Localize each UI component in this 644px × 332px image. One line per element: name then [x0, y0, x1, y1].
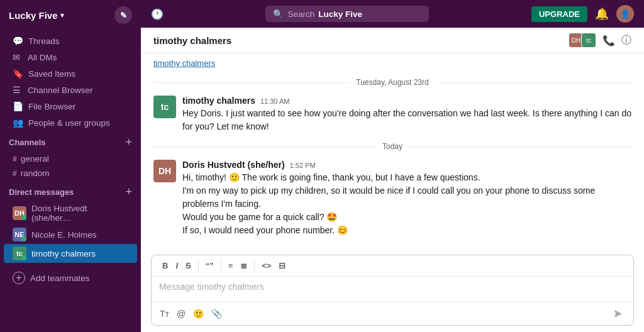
timothy-msg-avatar: tc: [153, 96, 176, 118]
phone-icon[interactable]: 📞: [602, 35, 615, 47]
chat-area: timothy chalmers DH tc 📞 ⓘ timothy chalm…: [141, 28, 644, 332]
sidebar-item-label-file-browser: File Browser: [28, 102, 75, 111]
add-teammates-icon: +: [13, 272, 25, 284]
toolbar-separator-3: [254, 261, 255, 271]
compose-placeholder: Message timothy chalmers: [159, 282, 264, 292]
message-header-1: timothy chalmers 11:30 AM: [182, 96, 631, 106]
sidebar-item-file-browser[interactable]: 📄 File Browser: [4, 98, 137, 114]
bell-icon[interactable]: 🔔: [595, 7, 609, 21]
channels-section[interactable]: Channels +: [0, 131, 141, 152]
unordered-list-button[interactable]: ≣: [237, 259, 250, 272]
code-button[interactable]: <>: [258, 259, 274, 272]
attach-icon[interactable]: 📎: [209, 307, 224, 320]
messages-container: timothy chalmers Tuesday, August 23rd tc…: [141, 53, 644, 250]
prev-message-area: timothy chalmers: [141, 53, 644, 73]
dm-item-doris[interactable]: DH Doris Hustvedt (she/her…: [4, 201, 137, 225]
italic-button[interactable]: I: [172, 259, 181, 272]
sidebar-item-threads[interactable]: 💬 Threads: [4, 33, 137, 49]
add-teammates-label: Add teammates: [30, 274, 90, 283]
add-teammates-button[interactable]: + Add teammates: [4, 268, 137, 288]
dm-label-doris: Doris Hustvedt (she/her…: [31, 204, 128, 223]
saved-items-icon: 🔖: [13, 69, 23, 79]
dm-item-timothy[interactable]: tc timothy chalmers: [4, 244, 137, 263]
people-user-groups-icon: 👥: [13, 118, 23, 128]
message-row: DH Doris Hustvedt (she/her) 1:52 PM Hi, …: [141, 156, 644, 241]
dms-section-label: Direct messages: [9, 187, 74, 197]
ordered-list-button[interactable]: ≡: [225, 259, 236, 272]
sidebar-nav: 💬 Threads ✉ All DMs 🔖 Saved Items ☰ Chan…: [0, 30, 141, 332]
toolbar-separator-1: [198, 261, 199, 271]
quote-button[interactable]: “”: [203, 259, 217, 272]
doris-status-dot: [21, 215, 26, 220]
compose-footer: Tт @ 🙂 📎: [152, 302, 633, 325]
workspace-name-label: Lucky Five: [9, 10, 58, 21]
compose-toolbar: B I S “” ≡ ≣ <> ⊟: [152, 255, 633, 277]
message-content-1: timothy chalmers 11:30 AM Hey Doris. I j…: [182, 96, 631, 133]
bold-button[interactable]: B: [159, 259, 171, 272]
chat-header-avatars: DH tc: [569, 33, 596, 48]
chat-contact-name: timothy chalmers: [153, 35, 231, 46]
message-text-1: Hey Doris. I just wanted to see how you'…: [182, 107, 631, 133]
threads-icon: 💬: [13, 36, 23, 46]
workspace-chevron-icon: ▾: [60, 11, 64, 19]
prev-message-link[interactable]: timothy chalmers: [153, 58, 215, 68]
sidebar-item-label-channel-browser: Channel Browser: [28, 86, 93, 95]
sidebar-item-label-all-dms: All DMs: [28, 53, 57, 62]
channel-label-random: random: [21, 169, 50, 178]
channel-item-general[interactable]: # general: [4, 152, 137, 166]
sidebar-item-saved-items[interactable]: 🔖 Saved Items: [4, 65, 137, 82]
doris-msg-avatar: DH: [153, 160, 176, 182]
message-author-1: timothy chalmers: [182, 96, 255, 106]
sidebar-item-people-user-groups[interactable]: 👥 People & user groups: [4, 114, 137, 131]
search-prefix-text: Search: [287, 9, 314, 19]
dms-section[interactable]: Direct messages +: [0, 180, 141, 201]
add-dm-button[interactable]: +: [125, 185, 132, 199]
doris-avatar-wrap: DH: [13, 206, 26, 220]
channel-browser-icon: ☰: [13, 85, 23, 95]
nicole-avatar-wrap: NE: [13, 228, 26, 241]
nicole-status-dot: [21, 236, 26, 241]
dm-item-nicole[interactable]: NE Nicole E. Holmes: [4, 225, 137, 244]
divider-line-right-today: [410, 147, 631, 147]
info-icon[interactable]: ⓘ: [621, 34, 631, 47]
message-author-2: Doris Hustvedt (she/her): [182, 160, 285, 170]
add-channel-button[interactable]: +: [125, 136, 132, 149]
channel-item-random[interactable]: # random: [4, 166, 137, 180]
sidebar-header: Lucky Five ▾ ✎: [0, 0, 141, 30]
upgrade-button[interactable]: UPGRADE: [531, 6, 587, 22]
message-row: tc timothy chalmers 11:30 AM Hey Doris. …: [141, 92, 644, 137]
new-message-button[interactable]: ✎: [114, 6, 132, 24]
date-divider-today: Today: [141, 137, 644, 156]
topbar-center: 🔍 Search Lucky Five: [164, 6, 531, 22]
sidebar: Lucky Five ▾ ✎ 💬 Threads ✉ All DMs 🔖 Sav…: [0, 0, 141, 332]
channels-section-label: Channels: [9, 138, 46, 147]
search-workspace-text: Lucky Five: [318, 9, 362, 19]
message-time-2: 1:52 PM: [290, 162, 316, 169]
compose-input[interactable]: Message timothy chalmers: [152, 277, 633, 302]
dm-label-nicole: Nicole E. Holmes: [31, 230, 97, 240]
text-format-icon[interactable]: Tт: [158, 307, 171, 320]
compose-footer-left: Tт @ 🙂 📎: [158, 307, 224, 320]
divider-line-left: [153, 82, 348, 83]
timothy-status-dot: [21, 255, 26, 260]
search-icon: 🔍: [273, 9, 284, 19]
history-button[interactable]: 🕐: [151, 8, 164, 20]
divider-line-right: [436, 82, 631, 83]
channel-label-general: general: [21, 154, 49, 163]
date-today-label: Today: [375, 142, 410, 151]
all-dms-icon: ✉: [13, 52, 23, 62]
strikethrough-button[interactable]: S: [182, 259, 194, 272]
search-bar[interactable]: 🔍 Search Lucky Five: [265, 6, 429, 22]
workspace-name-button[interactable]: Lucky Five ▾: [9, 10, 64, 21]
send-button[interactable]: [609, 305, 627, 323]
code-block-button[interactable]: ⊟: [275, 259, 289, 272]
date-divider-tuesday: Tuesday, August 23rd: [141, 73, 644, 92]
header-avatar-timothy: tc: [581, 33, 596, 48]
emoji-icon[interactable]: 🙂: [191, 307, 206, 320]
user-avatar[interactable]: 👤: [616, 5, 634, 23]
sidebar-item-channel-browser[interactable]: ☰ Channel Browser: [4, 82, 137, 98]
sidebar-item-all-dms[interactable]: ✉ All DMs: [4, 49, 137, 65]
sidebar-item-label-people-user-groups: People & user groups: [28, 118, 110, 128]
mention-icon[interactable]: @: [175, 307, 187, 320]
message-content-2: Doris Hustvedt (she/her) 1:52 PM Hi, tim…: [182, 160, 631, 237]
